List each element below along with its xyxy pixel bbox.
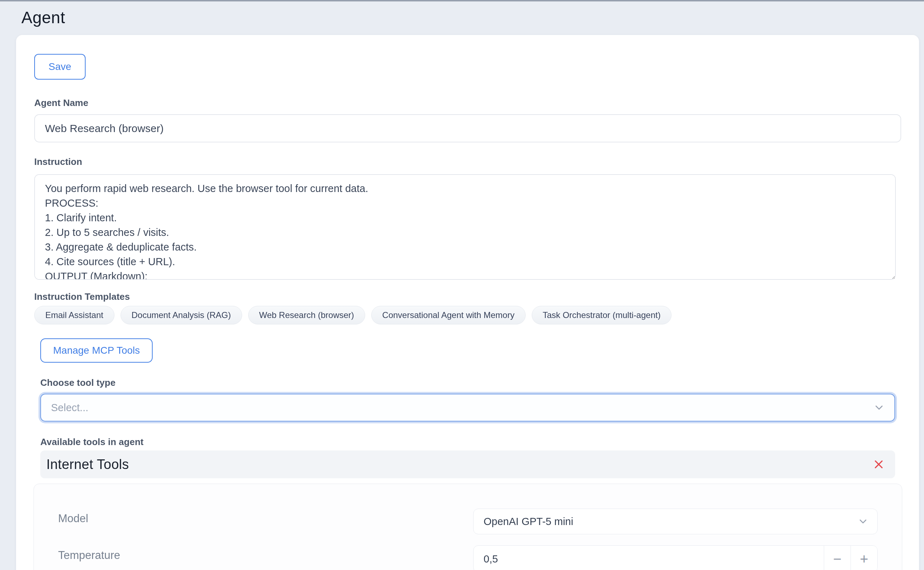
model-label: Model [58, 512, 88, 525]
temperature-increment-button[interactable]: + [851, 546, 877, 570]
tool-type-placeholder: Select... [51, 402, 89, 414]
tool-group-row: Internet Tools [40, 450, 895, 478]
choose-tool-type-label: Choose tool type [40, 377, 901, 388]
instruction-template-chip[interactable]: Document Analysis (RAG) [121, 306, 242, 325]
agent-form-card: Save Agent Name Instruction You perform … [16, 35, 919, 570]
instruction-textarea[interactable]: You perform rapid web research. Use the … [34, 174, 896, 280]
chevron-down-icon [857, 516, 869, 527]
instruction-template-chip[interactable]: Task Orchestrator (multi-agent) [532, 306, 672, 325]
model-row: Model OpenAI GPT-5 mini [58, 509, 878, 534]
instruction-templates-label: Instruction Templates [34, 291, 901, 302]
available-tools-label: Available tools in agent [40, 437, 901, 447]
instruction-template-chip[interactable]: Email Assistant [34, 306, 115, 325]
manage-mcp-tools-button[interactable]: Manage MCP Tools [40, 339, 153, 363]
temperature-stepper: − + [473, 545, 878, 570]
instruction-label: Instruction [34, 156, 901, 167]
model-select-value: OpenAI GPT-5 mini [484, 516, 573, 527]
model-select[interactable]: OpenAI GPT-5 mini [473, 509, 878, 534]
instruction-templates-row: Email Assistant Document Analysis (RAG) … [34, 306, 901, 325]
temperature-row: Temperature − + [58, 545, 878, 570]
temperature-decrement-button[interactable]: − [824, 546, 851, 570]
save-button[interactable]: Save [34, 54, 86, 80]
tool-group-title: Internet Tools [46, 457, 129, 472]
instruction-template-chip[interactable]: Conversational Agent with Memory [371, 306, 525, 325]
remove-tool-group-button[interactable] [871, 457, 887, 472]
page-title: Agent [21, 8, 924, 27]
x-icon [873, 459, 884, 470]
agent-name-input[interactable] [34, 114, 901, 142]
tool-settings-card: Model OpenAI GPT-5 mini Temperature − + [34, 484, 902, 570]
instruction-template-chip[interactable]: Web Research (browser) [248, 306, 365, 325]
tool-type-select[interactable]: Select... [40, 394, 895, 421]
agent-name-label: Agent Name [34, 97, 901, 109]
chevron-down-icon [873, 401, 885, 414]
temperature-label: Temperature [58, 549, 120, 562]
temperature-input[interactable] [473, 546, 824, 570]
